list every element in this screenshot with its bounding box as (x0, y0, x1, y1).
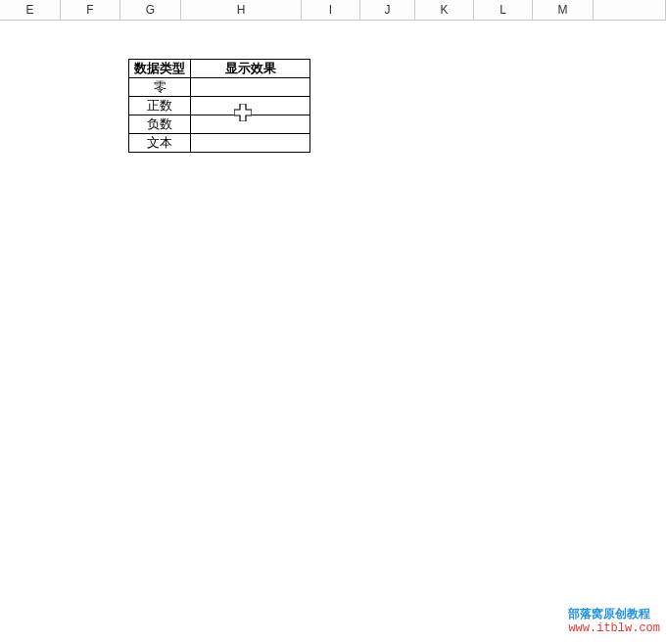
table-header-c2[interactable]: 显示效果 (191, 60, 310, 78)
cell[interactable]: 文本 (129, 134, 191, 153)
column-header-G[interactable]: G (120, 0, 181, 20)
table-header-c1[interactable]: 数据类型 (129, 60, 191, 78)
watermark-title: 部落窝原创教程 (568, 607, 660, 622)
column-header-L[interactable]: L (474, 0, 533, 20)
column-header-blank[interactable] (594, 0, 666, 20)
column-header-K[interactable]: K (415, 0, 474, 20)
cell[interactable]: 正数 (129, 97, 191, 115)
table-row[interactable]: 零 (129, 78, 310, 97)
column-header-M[interactable]: M (533, 0, 594, 20)
cell[interactable] (191, 97, 310, 115)
cell[interactable] (191, 78, 310, 97)
column-header-E[interactable]: E (0, 0, 61, 20)
spreadsheet-grid[interactable]: 数据类型 显示效果 零 正数 负数 文本 部落窝原创教程 www.itblw.c… (0, 21, 666, 643)
column-header-J[interactable]: J (360, 0, 415, 20)
table-row[interactable]: 正数 (129, 97, 310, 115)
table-row[interactable]: 文本 (129, 134, 310, 153)
column-header-H[interactable]: H (181, 0, 302, 20)
cell[interactable]: 零 (129, 78, 191, 97)
column-header-I[interactable]: I (302, 0, 360, 20)
cell[interactable]: 负数 (129, 115, 191, 134)
column-header-F[interactable]: F (61, 0, 120, 20)
watermark: 部落窝原创教程 www.itblw.com (568, 607, 660, 637)
table-row[interactable]: 负数 (129, 115, 310, 134)
watermark-url: www.itblw.com (568, 621, 660, 637)
column-headers: EFGHIJKLM (0, 0, 666, 21)
cell[interactable] (191, 115, 310, 134)
data-table[interactable]: 数据类型 显示效果 零 正数 负数 文本 (128, 59, 310, 153)
cell[interactable] (191, 134, 310, 153)
